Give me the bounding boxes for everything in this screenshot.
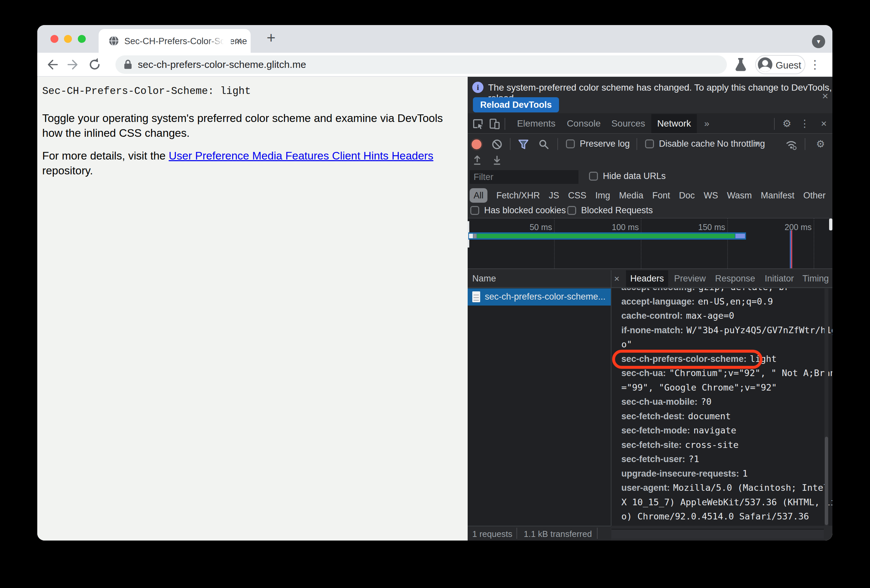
header-line: accept-encoding:gzip, deflate, br (621, 288, 833, 294)
browser-toolbar: sec-ch-prefers-color-scheme.glitch.me Gu… (37, 53, 833, 77)
search-icon[interactable] (538, 138, 550, 151)
header-line: o" (621, 337, 833, 352)
detail-bottom-scrollbar[interactable] (611, 529, 824, 539)
flask-icon[interactable] (734, 57, 748, 72)
browser-menu-icon[interactable]: ⋮ (809, 55, 821, 74)
hide-data-urls-checkbox[interactable] (589, 172, 598, 181)
divider (805, 138, 805, 150)
filter-chip-manifest[interactable]: Manifest (761, 190, 794, 201)
tab-elements[interactable]: Elements (516, 114, 557, 133)
header-line: o) Chrome/92.0.4514.0 Safari/537.36 (621, 509, 833, 524)
blocked-requests-label[interactable]: Blocked Requests (581, 205, 653, 215)
headers-detail-panel[interactable]: accept-encoding:gzip, deflate, br accept… (611, 288, 833, 526)
blocked-requests-checkbox[interactable] (567, 206, 576, 215)
header-line: cache-control:max-age=0 (621, 309, 833, 323)
filter-chip-img[interactable]: Img (595, 190, 610, 201)
filter-chip-media[interactable]: Media (619, 190, 644, 201)
filter-chip-doc[interactable]: Doc (679, 190, 695, 201)
repo-link[interactable]: User Preference Media Features Client Hi… (169, 150, 434, 162)
overview-scrollbar-thumb[interactable] (829, 218, 833, 230)
name-column-header[interactable]: Name (472, 273, 496, 284)
back-icon[interactable] (45, 57, 59, 72)
tab-sources[interactable]: Sources (610, 114, 647, 133)
tab-close-icon[interactable]: × (232, 34, 245, 48)
macos-minimize-button[interactable] (64, 35, 72, 43)
preserve-log-label[interactable]: Preserve log (580, 139, 630, 149)
header-line: X 10_15_7) AppleWebKit/537.36 (KHTML, li… (621, 495, 833, 509)
filter-input[interactable] (470, 170, 578, 184)
disable-cache-checkbox[interactable] (645, 140, 654, 148)
tab-network[interactable]: Network (651, 114, 697, 133)
forward-icon[interactable] (66, 57, 81, 72)
import-har-icon[interactable] (471, 154, 484, 167)
requests-count: 1 requests (472, 529, 512, 539)
reload-devtools-button[interactable]: Reload DevTools (473, 97, 559, 112)
avatar-shoulders (760, 67, 771, 72)
tab-search-menu-button[interactable]: ▼ (812, 35, 825, 48)
devtools-menu-kebab-icon[interactable]: ⋮ (798, 114, 811, 133)
devtools-close-icon[interactable]: × (817, 114, 830, 133)
has-blocked-cookies-label[interactable]: Has blocked cookies (484, 205, 566, 215)
info-icon: i (472, 82, 484, 93)
detail-scrollbar[interactable] (824, 288, 828, 526)
filter-chip-font[interactable]: Font (652, 190, 670, 201)
profile-chip[interactable]: Guest (755, 55, 805, 74)
record-button[interactable] (472, 140, 481, 149)
network-settings-gear-icon[interactable]: ⚙ (814, 135, 827, 154)
header-line: user-agent:Mozilla/5.0 (Macintosh; Intel… (621, 481, 833, 495)
tab-headers[interactable]: Headers (626, 270, 668, 287)
browser-tab[interactable]: Sec-CH-Prefers-Color-Scheme × (98, 29, 251, 53)
clear-icon[interactable] (491, 138, 503, 151)
url-text: sec-ch-prefers-color-scheme.glitch.me (138, 59, 306, 70)
filter-chip-ws[interactable]: WS (704, 190, 718, 201)
filter-chip-other[interactable]: Other (803, 190, 826, 201)
request-headers-list: accept-encoding:gzip, deflate, br accept… (611, 288, 833, 524)
waterfall-queue-segment (469, 234, 473, 238)
more-tabs-icon[interactable]: » (699, 114, 715, 133)
settings-gear-icon[interactable]: ⚙ (780, 114, 794, 133)
lock-icon[interactable] (123, 59, 133, 70)
infobar-close-icon[interactable]: × (819, 90, 831, 102)
url-bar[interactable]: sec-ch-prefers-color-scheme.glitch.me (115, 55, 727, 74)
hide-data-urls-label[interactable]: Hide data URLs (603, 171, 666, 181)
new-tab-button[interactable]: + (264, 30, 279, 46)
divider (557, 138, 558, 150)
request-row-selected[interactable]: sec-ch-prefers-color-scheme... (468, 288, 611, 306)
filter-chip-wasm[interactable]: Wasm (727, 190, 752, 201)
filter-chip-css[interactable]: CSS (568, 190, 587, 201)
domcontentloaded-marker (790, 230, 791, 268)
divider (636, 138, 637, 150)
device-toolbar-icon[interactable] (488, 118, 501, 130)
transferred-size: 1.1 kB transferred (524, 529, 592, 539)
filter-chip-all[interactable]: All (470, 188, 487, 203)
disable-cache-label[interactable]: Disable cache (659, 139, 715, 149)
cookie-filters: Has blocked cookies Blocked Requests (468, 205, 833, 218)
header-line: ="99", "Google Chrome";v="92" (621, 380, 833, 395)
has-blocked-cookies-checkbox[interactable] (470, 206, 479, 215)
reload-icon[interactable] (87, 57, 102, 72)
export-har-icon[interactable] (491, 154, 503, 167)
devtools-tab-bar: Elements Console Sources Network » ⚙ ⋮ × (468, 114, 833, 134)
tab-preview[interactable]: Preview (673, 270, 707, 287)
macos-zoom-button[interactable] (78, 35, 86, 43)
detail-scrollbar-thumb[interactable] (825, 437, 828, 525)
network-conditions-icon[interactable] (785, 138, 797, 151)
throttling-dropdown-icon[interactable] (754, 142, 760, 146)
waterfall-stalled-segment (473, 234, 477, 238)
header-line: accept-language:en-US,en;q=0.9 (621, 294, 833, 309)
tab-response[interactable]: Response (714, 270, 756, 287)
filter-funnel-icon[interactable] (517, 138, 530, 151)
tab-title: Sec-CH-Prefers-Color-Scheme (124, 36, 283, 47)
tab-console[interactable]: Console (565, 114, 602, 133)
detail-close-icon[interactable]: × (614, 273, 619, 284)
tab-timing[interactable]: Timing (801, 270, 830, 287)
preserve-log-checkbox[interactable] (566, 140, 575, 148)
request-waterfall-bar[interactable] (468, 232, 746, 240)
document-icon (472, 291, 480, 302)
inspect-element-icon[interactable] (472, 118, 484, 130)
network-overview[interactable]: 50 ms 100 ms 150 ms 200 ms (468, 218, 833, 269)
filter-chip-js[interactable]: JS (549, 190, 559, 201)
filter-chip-fetchxhr[interactable]: Fetch/XHR (496, 190, 540, 201)
tab-initiator[interactable]: Initiator (763, 270, 796, 287)
macos-close-button[interactable] (51, 35, 58, 43)
